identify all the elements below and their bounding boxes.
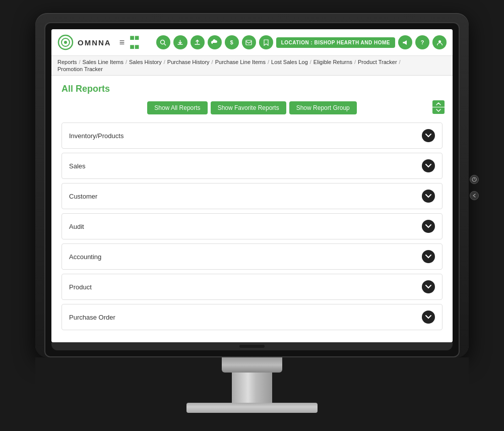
report-group-accounting-label: Accounting [69,253,101,261]
chevron-down-icon [422,280,435,293]
chevron-down-icon [422,220,435,233]
user-icon-btn[interactable] [432,35,447,49]
bookmark-icon-btn[interactable] [259,35,273,49]
chevron-down-icon [422,311,435,324]
report-group-product[interactable]: Product [61,274,443,300]
cloud-icon-btn[interactable] [208,35,222,49]
download-icon-btn[interactable] [173,35,187,49]
envelope-icon-btn[interactable] [242,35,256,49]
show-report-group-button[interactable]: Show Report Group [289,101,357,114]
chevron-down-icon [422,250,435,263]
logo-text: OMNNA [78,38,111,47]
show-all-reports-button[interactable]: Show All Reports [147,101,207,114]
monitor-notch [239,345,265,348]
report-group-accounting[interactable]: Accounting [61,243,443,270]
search-icon-btn[interactable] [156,35,170,49]
nav-icons-right: $ LOCATION : BISHOP HEARTH AND HOME [156,35,447,49]
svg-point-2 [64,41,67,44]
report-group-inventory[interactable]: Inventory/Products [61,122,443,149]
svg-rect-5 [246,40,251,45]
breadcrumb-purchase-history[interactable]: Purchase History [167,59,210,65]
navbar: OMNNA ≡ ■■■■ [51,29,453,56]
report-group-inventory-label: Inventory/Products [69,132,123,140]
breadcrumb-sales-history[interactable]: Sales History [129,59,162,65]
page-title: All Reports [61,84,443,94]
back-button[interactable] [470,191,479,200]
monitor-bottom-bar [51,342,453,350]
megaphone-icon-btn[interactable] [398,35,412,49]
breadcrumb: Reports / Sales Line Items / Sales Histo… [51,56,453,76]
svg-line-4 [164,43,166,45]
report-group-audit-label: Audit [69,223,84,230]
monitor-stand [35,357,469,418]
report-group-customer[interactable]: Customer [61,183,443,209]
logo-icon [57,34,74,50]
breadcrumb-lost-sales-log[interactable]: Lost Sales Log [271,59,308,65]
dollar-icon-btn[interactable]: $ [225,35,239,49]
chevron-down-icon [422,190,435,203]
svg-point-3 [161,40,165,44]
chevron-down-icon [422,129,435,142]
report-group-audit[interactable]: Audit [61,213,443,239]
logo-area: OMNNA [57,34,111,50]
breadcrumb-purchase-line-items[interactable]: Purchase Line Items [215,59,266,65]
filter-buttons: Show All Reports Show Favorite Reports S… [61,101,443,114]
report-groups-container: Inventory/Products Sales [61,122,443,330]
hamburger-icon[interactable]: ≡ [119,37,125,48]
report-group-sales[interactable]: Sales [61,153,443,179]
main-content: All Reports Show All Reports Show Favori… [51,76,453,342]
upload-icon-btn[interactable] [191,35,205,49]
help-icon-btn[interactable]: ? [415,35,429,49]
report-group-product-label: Product [69,283,92,291]
location-button[interactable]: LOCATION : BISHOP HEARTH AND HOME [276,37,395,48]
collapse-all-button[interactable] [432,100,445,114]
breadcrumb-eligible-returns[interactable]: Eligible Returns [313,59,352,65]
report-group-purchase-order-label: Purchase Order [69,314,115,321]
report-group-purchase-order[interactable]: Purchase Order [61,304,443,330]
side-buttons [470,175,479,200]
show-favorite-reports-button[interactable]: Show Favorite Reports [211,101,286,114]
report-group-sales-label: Sales [69,162,86,170]
svg-point-6 [438,40,441,43]
breadcrumb-promotion-tracker[interactable]: Promotion Tracker [57,66,103,72]
grid-icon[interactable]: ■■■■ [130,33,139,51]
breadcrumb-reports[interactable]: Reports [57,59,77,65]
chevron-down-icon [422,159,435,172]
breadcrumb-sales-line-items[interactable]: Sales Line Items [83,59,123,65]
power-button[interactable] [470,175,479,184]
report-group-customer-label: Customer [69,193,97,200]
breadcrumb-product-tracker[interactable]: Product Tracker [358,59,397,65]
